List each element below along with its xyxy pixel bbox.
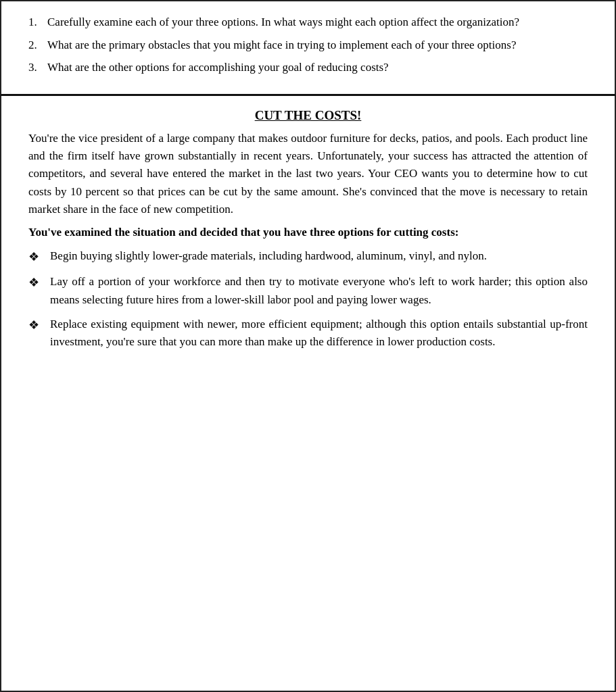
bullet-item: ❖Begin buying slightly lower-grade mater… [28,247,588,267]
list-num: 2. [28,36,47,54]
list-text: What are the primary obstacles that you … [47,36,588,54]
list-num: 1. [28,14,47,31]
list-text: Carefully examine each of your three opt… [47,14,588,31]
intro-paragraph: You're the vice president of a large com… [28,130,588,219]
bottom-section: CUT THE COSTS! You're the vice president… [0,96,616,693]
list-item: 3.What are the other options for accompl… [28,59,588,76]
list-item: 2.What are the primary obstacles that yo… [28,36,588,54]
bullet-item: ❖Lay off a portion of your workforce and… [28,273,588,309]
bold-paragraph: You've examined the situation and decide… [28,224,588,241]
bullet-item: ❖Replace existing equipment with newer, … [28,316,588,351]
bullet-text: Replace existing equipment with newer, m… [50,316,588,351]
list-item: 1.Carefully examine each of your three o… [28,14,588,31]
diamond-icon: ❖ [28,316,50,335]
list-text: What are the other options for accomplis… [47,59,588,76]
page-container: 1.Carefully examine each of your three o… [0,0,616,692]
bullet-list: ❖Begin buying slightly lower-grade mater… [28,247,588,351]
diamond-icon: ❖ [28,273,50,293]
top-section: 1.Carefully examine each of your three o… [0,0,616,96]
list-num: 3. [28,59,47,76]
diamond-icon: ❖ [28,247,50,267]
numbered-list: 1.Carefully examine each of your three o… [28,14,588,76]
section-title: CUT THE COSTS! [28,108,588,123]
bullet-text: Lay off a portion of your workforce and … [50,273,588,309]
bullet-text: Begin buying slightly lower-grade materi… [50,247,588,265]
